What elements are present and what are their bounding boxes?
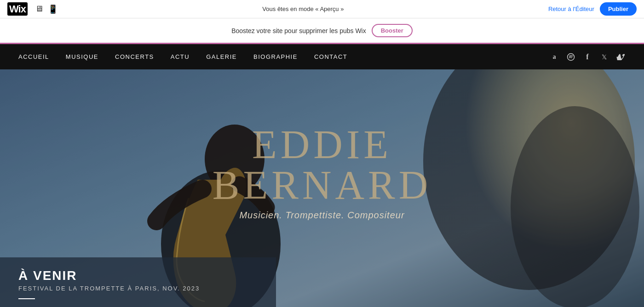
nav-actu[interactable]: ACTU	[171, 53, 190, 60]
wix-topbar: Wix 🖥 📱 Vous êtes en mode « Aperçu » Ret…	[0, 0, 644, 18]
publier-button[interactable]: Publier	[600, 2, 637, 16]
hero-section: EDDIE BERNARD Musicien. Trompettiste. Co…	[0, 69, 644, 307]
hero-event-box: À VENIR FESTIVAL DE LA TROMPETTE À PARIS…	[0, 257, 276, 307]
preview-text: Vous êtes en mode « Aperçu »	[262, 6, 344, 12]
hero-event-line	[18, 298, 35, 299]
social-icons: a f 𝕏	[549, 52, 626, 62]
nav-accueil[interactable]: ACCUEIL	[18, 53, 49, 60]
nav-biographie[interactable]: BIOGRAPHIE	[253, 53, 298, 60]
hero-tagline: Musicien. Trompettiste. Compositeur	[161, 210, 483, 221]
mobile-icon[interactable]: 📱	[48, 4, 58, 14]
hero-artist-name: EDDIE BERNARD	[161, 125, 483, 205]
nav-concerts[interactable]: CONCERTS	[115, 53, 154, 60]
nav-links: ACCUEIL MUSIQUE CONCERTS ACTU GALERIE BI…	[18, 53, 347, 60]
wix-logo: Wix	[7, 3, 28, 15]
promo-bar: Boostez votre site pour supprimer les pu…	[0, 18, 644, 44]
desktop-icon[interactable]: 🖥	[35, 4, 43, 14]
facebook-icon[interactable]: f	[582, 52, 592, 62]
promo-text: Boostez votre site pour supprimer les pu…	[231, 27, 366, 34]
topbar-right: Retour à l'Éditeur Publier	[548, 2, 637, 16]
spotify-icon[interactable]	[566, 52, 576, 62]
device-icons: 🖥 📱	[35, 4, 58, 14]
nav-contact[interactable]: CONTACT	[314, 53, 347, 60]
vimeo-icon[interactable]	[615, 52, 626, 62]
site-navigation: ACCUEIL MUSIQUE CONCERTS ACTU GALERIE BI…	[0, 44, 644, 69]
nav-galerie[interactable]: GALERIE	[206, 53, 237, 60]
hero-event-subtitle: FESTIVAL DE LA TROMPETTE À PARIS, NOV. 2…	[18, 285, 258, 292]
svg-point-0	[568, 53, 575, 60]
booster-button[interactable]: Booster	[372, 24, 413, 37]
hero-artist-section: EDDIE BERNARD Musicien. Trompettiste. Co…	[161, 125, 483, 221]
topbar-left: Wix 🖥 📱	[7, 3, 58, 15]
amazon-icon[interactable]: a	[549, 52, 559, 62]
hero-event-title: À VENIR	[18, 268, 258, 283]
nav-musique[interactable]: MUSIQUE	[66, 53, 98, 60]
retour-link[interactable]: Retour à l'Éditeur	[548, 6, 594, 12]
twitter-icon[interactable]: 𝕏	[599, 52, 609, 62]
